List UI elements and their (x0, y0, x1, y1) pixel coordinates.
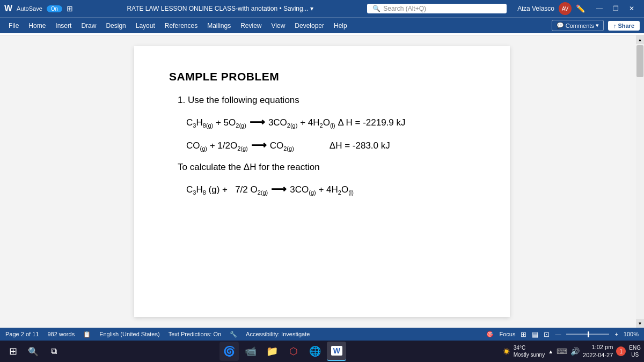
menu-insert[interactable]: Insert (51, 20, 76, 32)
start-button[interactable]: ⊞ (3, 342, 23, 361)
taskbar-right: ☀️ 34°C Mostly sunny ▲ ⌨ 🔊 1:02 pm 2022-… (503, 343, 641, 360)
video-icon: 📹 (245, 345, 257, 357)
taskbar: ⊞ 🔍 ⧉ 🌀 📹 📁 ⬡ 🌐 W ☀️ 34°C Mostly (0, 341, 644, 362)
eq1-arrow: ⟶ (250, 115, 265, 128)
word-count: 982 words (47, 331, 75, 337)
taskbar-folder[interactable]: 📁 (262, 342, 282, 361)
system-tray-up[interactable]: ▲ (548, 349, 553, 354)
keyboard-icon[interactable]: ⌨ (557, 347, 567, 356)
menu-bar: File Home Insert Draw Design Layout Refe… (0, 17, 644, 33)
menu-help[interactable]: Help (330, 20, 352, 32)
speaker-icon[interactable]: 🔊 (570, 347, 580, 356)
temperature: 34°C (514, 344, 545, 351)
clock[interactable]: 1:02 pm 2022-04-27 (583, 343, 613, 360)
to-calculate-text: To calculate the ΔH for the reaction (178, 162, 475, 173)
autosave-label: AutoSave (17, 5, 42, 12)
taskbar-word-active[interactable]: W (327, 342, 346, 361)
date-display: 2022-04-27 (583, 351, 613, 359)
pen-icon[interactable]: ✏️ (576, 4, 585, 13)
menu-layout[interactable]: Layout (131, 20, 159, 32)
share-icon: ↑ (613, 23, 617, 29)
taskbar-chrome[interactable]: 🌐 (305, 342, 325, 361)
accessibility-label: Accessibility: Investigate (246, 331, 310, 337)
weather-info: 34°C Mostly sunny (514, 344, 545, 358)
doc-grid-icon: ⊞ (67, 4, 73, 13)
eq1-right: 3CO2(g) + 4H2O(l) Δ H = -2219.9 kJ (268, 117, 406, 129)
accessibility-icon[interactable]: 🔧 (230, 331, 237, 338)
share-label: Share (618, 23, 634, 29)
taskbar-msedge[interactable]: 🌀 (219, 342, 239, 361)
focus-label[interactable]: Focus (499, 331, 515, 337)
taskbar-center: 🌀 📹 📁 ⬡ 🌐 W (64, 342, 502, 361)
status-bar: Page 2 of 11 982 words 📋 English (United… (0, 328, 644, 341)
zoom-plus[interactable]: + (614, 331, 618, 337)
lang-indicator: ENG US (629, 344, 641, 358)
layout-icon-1[interactable]: ⊞ (521, 330, 526, 338)
scroll-up-button[interactable]: ▲ (636, 35, 644, 44)
zoom-bar (566, 334, 609, 335)
text-predictions: Text Predictions: On (169, 331, 221, 337)
menu-view[interactable]: View (267, 20, 290, 32)
time-display: 1:02 pm (583, 343, 613, 351)
problem-1-intro: 1. Use the following equations (178, 95, 475, 106)
menu-mailings[interactable]: Mailings (203, 20, 235, 32)
search-icon: 🔍 (372, 5, 380, 12)
menu-draw[interactable]: Draw (77, 20, 100, 32)
office-icon: ⬡ (289, 345, 298, 357)
minimize-button[interactable]: — (591, 3, 608, 14)
layout-icon-3[interactable]: ⊡ (544, 330, 550, 338)
lang-code: ENG (629, 344, 641, 351)
comments-button[interactable]: 💬 Comments ▾ (552, 20, 604, 31)
folder-icon: 📁 (266, 345, 278, 357)
word-icon: W (4, 4, 12, 13)
menu-design[interactable]: Design (101, 20, 130, 32)
layout-icon-2[interactable]: ▤ (532, 330, 538, 338)
share-button[interactable]: ↑ Share (608, 21, 640, 31)
proofing-icon[interactable]: 📋 (83, 331, 91, 338)
taskbar-office[interactable]: ⬡ (284, 342, 303, 361)
statusbar-right: 🎯 Focus ⊞ ▤ ⊡ — + 100% (486, 330, 639, 338)
taskbar-search[interactable]: 🔍 (24, 342, 43, 361)
search-box[interactable]: 🔍 Search (Alt+Q) (367, 4, 507, 13)
equation-2: CO(g) + 1/2O2(g) ⟶ CO2(g) ΔH = -283.0 kJ (186, 138, 475, 152)
msedge-icon: 🌀 (223, 345, 235, 357)
menu-file[interactable]: File (4, 20, 23, 32)
task-view-button[interactable]: ⧉ (44, 342, 63, 361)
word-page[interactable]: SAMPLE PROBLEM 1. Use the following equa… (134, 46, 510, 317)
comments-label: Comments (566, 23, 594, 29)
menu-home[interactable]: Home (24, 20, 50, 32)
focus-icon: 🎯 (486, 331, 494, 338)
page-container: SAMPLE PROBLEM 1. Use the following equa… (0, 35, 644, 328)
taskbar-search-icon: 🔍 (28, 346, 39, 357)
lang-region: US (629, 351, 641, 358)
notification-badge[interactable]: 1 (616, 346, 626, 356)
menu-right-buttons: 💬 Comments ▾ ↑ Share (552, 20, 640, 31)
comments-icon: 💬 (557, 22, 564, 29)
eq2-right: CO2(g) (270, 141, 294, 152)
eq3-left: C3H8 (g) + 7/2 O2(g) (186, 184, 268, 196)
menu-developer[interactable]: Developer (290, 20, 328, 32)
scroll-down-button[interactable]: ▼ (636, 319, 644, 328)
close-button[interactable]: ✕ (624, 3, 640, 14)
eq2-arrow: ⟶ (251, 138, 267, 151)
menu-references[interactable]: References (160, 20, 202, 32)
title-bar: W AutoSave On ⊞ RATE LAW LESSON ONLINE C… (0, 0, 644, 17)
vertical-scrollbar[interactable] (636, 44, 644, 319)
scroll-thumb[interactable] (636, 45, 643, 77)
restore-button[interactable]: ❐ (608, 3, 624, 14)
task-view-icon: ⧉ (51, 346, 57, 356)
user-avatar: AV (559, 2, 572, 15)
search-placeholder-text: Search (Alt+Q) (383, 5, 426, 12)
sample-problem-title: SAMPLE PROBLEM (169, 70, 475, 83)
eq1-left: C3H8(g) + 5O2(g) (186, 117, 246, 129)
equation-1: C3H8(g) + 5O2(g) ⟶ 3CO2(g) + 4H2O(l) Δ H… (186, 115, 475, 129)
language: English (United States) (99, 331, 160, 337)
taskbar-video[interactable]: 📹 (241, 342, 260, 361)
menu-review[interactable]: Review (236, 20, 266, 32)
user-name: Aiza Velasco (517, 5, 554, 12)
autosave-toggle[interactable]: On (47, 5, 62, 12)
eq2-left: CO(g) + 1/2O2(g) (186, 141, 248, 152)
zoom-separator: — (555, 331, 561, 337)
eq3-arrow: ⟶ (271, 182, 287, 195)
eq3-right: 3CO(g) + 4H2O(l) (290, 184, 354, 196)
